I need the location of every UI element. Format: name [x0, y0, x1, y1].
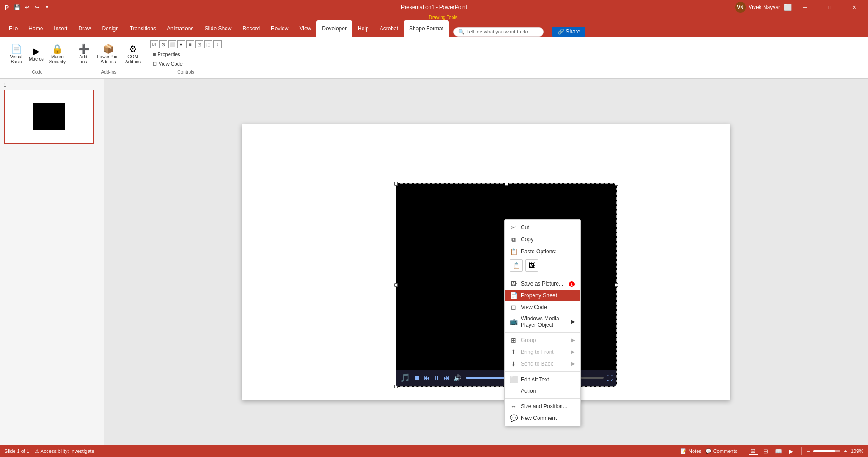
normal-view-button[interactable]: ⊞: [749, 447, 758, 455]
fullscreen-button[interactable]: ⛶: [605, 373, 613, 382]
separator-zoom: [801, 447, 802, 455]
volume-button[interactable]: 🔊: [453, 373, 462, 382]
visual-basic-button[interactable]: 📄 VisualBasic: [7, 43, 25, 66]
ctrl-list[interactable]: ≡: [186, 40, 194, 48]
macros-button[interactable]: ▶ Macros: [27, 45, 46, 63]
ctx-size-position[interactable]: ↔ Size and Position...: [505, 400, 580, 412]
ctx-new-comment[interactable]: 💬 New Comment: [505, 412, 580, 424]
prev-button[interactable]: ⏮: [423, 373, 431, 382]
slide-sorter-button[interactable]: ⊟: [761, 447, 770, 455]
tab-record[interactable]: Record: [237, 20, 265, 37]
tab-home[interactable]: Home: [23, 20, 48, 37]
tab-slideshow[interactable]: Slide Show: [199, 20, 237, 37]
ribbon-group-addins: ➕ Add-ins 📦 PowerPointAdd-ins ⚙ COMAdd-i…: [71, 38, 146, 76]
tab-animations[interactable]: Animations: [161, 20, 199, 37]
ctx-edit-alt-text[interactable]: ⬜ Edit Alt Text...: [505, 374, 580, 386]
play-icon-container: 🎵: [399, 372, 411, 384]
canvas-area[interactable]: 🎵 ⏹ ⏮ ⏸ ⏭ 🔊 ⛶: [104, 79, 868, 446]
send-back-arrow: ▶: [571, 361, 575, 366]
restore-button[interactable]: □: [819, 0, 840, 14]
stop-button[interactable]: ⏹: [413, 373, 421, 382]
wmp-logo: 🎵: [399, 372, 411, 384]
ctx-property-sheet[interactable]: 📄 Property Sheet: [505, 290, 580, 301]
tab-insert[interactable]: Insert: [48, 20, 73, 37]
reading-view-button[interactable]: 📖: [774, 447, 783, 455]
ctx-save-as-picture[interactable]: 🖼 Save as Picture... 1: [505, 278, 580, 290]
main-area: 1 🎵 ⏹: [0, 79, 868, 446]
ctrl-toggle[interactable]: ⊡: [195, 40, 203, 48]
paste-btn-2[interactable]: 🖼: [525, 259, 538, 272]
volume-bar[interactable]: [581, 377, 604, 379]
handle-top-middle[interactable]: [505, 182, 508, 186]
handle-top-left[interactable]: [394, 182, 398, 186]
slide-thumbnail-1[interactable]: [4, 90, 94, 144]
zoom-out-button[interactable]: −: [807, 448, 810, 454]
tab-developer[interactable]: Developer: [316, 20, 352, 37]
tab-review[interactable]: Review: [265, 20, 294, 37]
ctx-send-back: ⬇ Send to Back ▶: [505, 358, 580, 370]
tab-transitions[interactable]: Transitions: [124, 20, 161, 37]
ctx-paste-header: 📋 Paste Options:: [505, 246, 580, 257]
play-button[interactable]: ⏸: [433, 373, 441, 382]
send-back-label: Send to Back: [521, 361, 553, 367]
view-code-label: View Code: [159, 61, 183, 67]
tab-draw[interactable]: Draw: [73, 20, 96, 37]
progress-fill: [466, 377, 510, 379]
comments-button[interactable]: 💬 Comments: [705, 448, 737, 454]
share-button[interactable]: 🔗 Share: [552, 27, 585, 37]
ctrl-spin[interactable]: ⬚: [204, 40, 212, 48]
tab-view[interactable]: View: [294, 20, 316, 37]
copy-icon: ⧉: [510, 236, 517, 243]
ctx-view-code[interactable]: ◻ View Code: [505, 301, 580, 313]
tell-me-input[interactable]: 🔍 Tell me what you want to do: [453, 27, 544, 37]
customize-qa-button[interactable]: ▾: [42, 3, 52, 12]
tab-acrobat[interactable]: Acrobat: [374, 20, 404, 37]
save-button[interactable]: 💾: [13, 3, 22, 12]
addins-button[interactable]: ➕ Add-ins: [75, 43, 93, 66]
tab-help[interactable]: Help: [352, 20, 374, 37]
controls-group-label: Controls: [177, 68, 194, 75]
minimize-button[interactable]: ─: [795, 0, 816, 14]
handle-middle-left[interactable]: [394, 283, 398, 287]
zoom-level[interactable]: 109%: [851, 448, 863, 454]
tab-shapeformat[interactable]: Shape Format: [404, 20, 449, 37]
tab-design[interactable]: Design: [96, 20, 124, 37]
alt-text-icon: ⬜: [510, 376, 517, 383]
slideshow-button[interactable]: ▶: [787, 447, 796, 455]
handle-top-right[interactable]: [615, 182, 618, 186]
undo-button[interactable]: ↩: [23, 3, 32, 12]
zoom-in-button[interactable]: +: [844, 448, 847, 454]
macros-label: Macros: [29, 57, 44, 62]
handle-middle-right[interactable]: [615, 283, 618, 287]
ctrl-textbox[interactable]: ⬜: [168, 40, 176, 48]
ctx-wmp-object[interactable]: 📺 Windows Media Player Object ▶: [505, 313, 580, 330]
close-button[interactable]: ✕: [844, 0, 864, 14]
ctrl-checkbox[interactable]: ☑: [150, 40, 158, 48]
tab-file[interactable]: File: [4, 20, 23, 37]
next-button[interactable]: ⏭: [443, 373, 451, 382]
bring-front-label: Bring to Front: [521, 349, 554, 355]
properties-icon: ≡: [153, 52, 156, 57]
code-group-label: Code: [32, 68, 43, 75]
accessibility-text: Accessibility: Investigate: [41, 448, 94, 454]
ctrl-combo[interactable]: ▾: [177, 40, 185, 48]
ctx-action[interactable]: Action: [505, 386, 580, 396]
slide-canvas: 🎵 ⏹ ⏮ ⏸ ⏭ 🔊 ⛶: [242, 124, 730, 400]
view-code-button[interactable]: ◻ View Code: [150, 59, 185, 68]
macros-icon: ▶: [33, 47, 40, 56]
zoom-slider[interactable]: [813, 450, 840, 452]
ctx-cut[interactable]: ✂ Cut: [505, 222, 580, 233]
ctx-copy[interactable]: ⧉ Copy: [505, 233, 580, 246]
maximize-window-icon[interactable]: ⬜: [784, 4, 791, 11]
ctrl-scroll[interactable]: ↕: [213, 40, 222, 48]
paste-btn-1[interactable]: 📋: [510, 259, 523, 272]
powerpoint-icon: P: [4, 4, 11, 11]
macro-security-button[interactable]: 🔒 MacroSecurity: [47, 43, 67, 66]
properties-button[interactable]: ≡ Properties: [150, 50, 183, 58]
ctrl-radio[interactable]: ⊙: [159, 40, 167, 48]
powerpoint-addins-button[interactable]: 📦 PowerPointAdd-ins: [95, 43, 122, 66]
com-addins-button[interactable]: ⚙ COMAdd-ins: [123, 43, 142, 66]
redo-button[interactable]: ↪: [33, 3, 42, 12]
notes-button[interactable]: 📝 Notes: [680, 448, 702, 454]
powerpoint-addins-label: PowerPointAdd-ins: [97, 54, 120, 64]
